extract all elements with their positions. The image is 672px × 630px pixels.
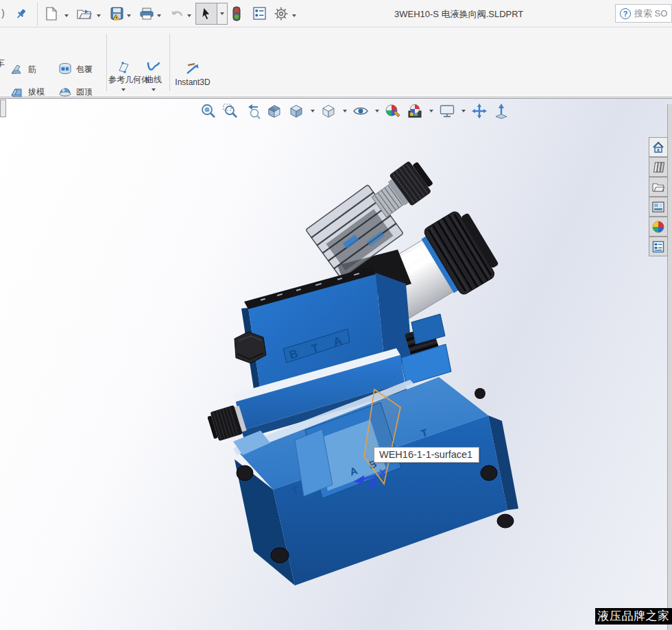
task-pane-tab-custom-properties[interactable] [649, 237, 668, 256]
task-pane-edge[interactable] [667, 104, 672, 630]
group-separator [169, 34, 170, 91]
pan-icon[interactable] [470, 101, 489, 121]
undo-icon[interactable] [170, 6, 185, 21]
rubber-pad [481, 465, 497, 481]
headsup-view-toolbar [199, 101, 511, 121]
view-orientation-icon[interactable] [287, 101, 306, 121]
new-document-icon[interactable] [44, 6, 59, 21]
wrap-button[interactable]: 包覆 [58, 62, 93, 77]
solidworks-window: ) [0, 0, 672, 630]
rubber-pad [271, 548, 289, 563]
curves-icon [145, 60, 162, 75]
curves-flyout[interactable]: 曲线 [141, 60, 166, 91]
instant3d-button[interactable]: Instant3D [171, 61, 214, 87]
instant3d-icon [184, 61, 202, 77]
reference-geometry-flyout[interactable]: 参考几何体 [107, 60, 140, 91]
task-pane-tab-file-explorer[interactable] [649, 177, 668, 197]
display-style-dropdown[interactable] [341, 101, 348, 121]
draft-button[interactable]: 拔模 [10, 84, 45, 99]
view-orientation-dropdown[interactable] [309, 101, 316, 121]
rib-icon [10, 62, 25, 77]
pin-icon[interactable] [14, 6, 29, 21]
save-dropdown[interactable] [125, 12, 132, 19]
print-icon[interactable] [139, 6, 154, 21]
clipped-window-text: ) [1, 8, 5, 19]
settings-gear-icon[interactable] [274, 6, 289, 21]
document-title: 3WEH10-S 电液换向阀.SLDPRT [394, 8, 523, 21]
search-input[interactable]: 搜索 SO [634, 8, 667, 20]
undo-dropdown[interactable] [186, 12, 193, 19]
apply-scene-icon[interactable] [405, 101, 424, 121]
hide-show-items-icon[interactable] [351, 101, 370, 121]
search-box[interactable]: ? 搜索 SO [615, 4, 672, 23]
zoom-to-fit-icon[interactable] [199, 101, 218, 121]
watermark: 液压品牌之家 [595, 608, 672, 625]
save-icon[interactable] [110, 6, 125, 21]
wrap-icon [58, 62, 73, 77]
new-document-dropdown[interactable] [63, 12, 70, 19]
command-manager: 车 筋 拔模 抽壳 包覆 圆顶 镜向 参考几何体 [0, 28, 672, 97]
previous-view-icon[interactable] [243, 101, 262, 121]
graphics-area[interactable]: B T A [0, 98, 672, 630]
task-pane-tab-home[interactable] [649, 137, 668, 157]
orient-up-icon[interactable] [492, 101, 511, 121]
view-settings-icon[interactable] [437, 101, 457, 121]
status-lights-icon[interactable] [229, 6, 244, 21]
quick-access-toolbar: ) [0, 0, 672, 27]
select-cursor-button[interactable] [195, 3, 217, 25]
command-list-icon[interactable] [252, 6, 267, 21]
task-pane-tab-view-palette[interactable] [649, 197, 668, 217]
dome-button[interactable]: 圆顶 [58, 84, 93, 99]
task-pane-tab-appearances[interactable] [649, 217, 668, 237]
toolbar-separator [37, 2, 38, 25]
clipped-feature-label: 车 [0, 57, 5, 69]
rib-button[interactable]: 筋 [10, 62, 36, 77]
dome-icon [58, 84, 73, 99]
draft-icon [10, 84, 25, 99]
open-document-icon[interactable] [77, 6, 92, 21]
print-dropdown[interactable] [156, 12, 163, 19]
display-style-icon[interactable] [319, 101, 338, 121]
edit-appearance-icon[interactable] [383, 101, 403, 121]
open-document-dropdown[interactable] [95, 12, 102, 19]
settings-dropdown[interactable] [291, 12, 298, 19]
model-3weh10-valve[interactable]: B T A [0, 99, 672, 630]
hide-show-dropdown[interactable] [373, 101, 381, 121]
select-cursor-dropdown[interactable] [217, 3, 228, 25]
surface-tooltip: WEH16-1-1-surface1 [374, 447, 479, 463]
apply-scene-dropdown[interactable] [427, 101, 435, 121]
rubber-pad [237, 465, 253, 481]
rubber-pad [497, 514, 514, 528]
view-settings-dropdown[interactable] [459, 101, 467, 121]
reference-geometry-icon [115, 60, 132, 75]
help-icon[interactable]: ? [620, 8, 631, 19]
section-view-icon[interactable] [265, 101, 284, 121]
zoom-to-area-icon[interactable] [221, 101, 240, 121]
task-pane-tab-design-library[interactable] [649, 157, 668, 177]
